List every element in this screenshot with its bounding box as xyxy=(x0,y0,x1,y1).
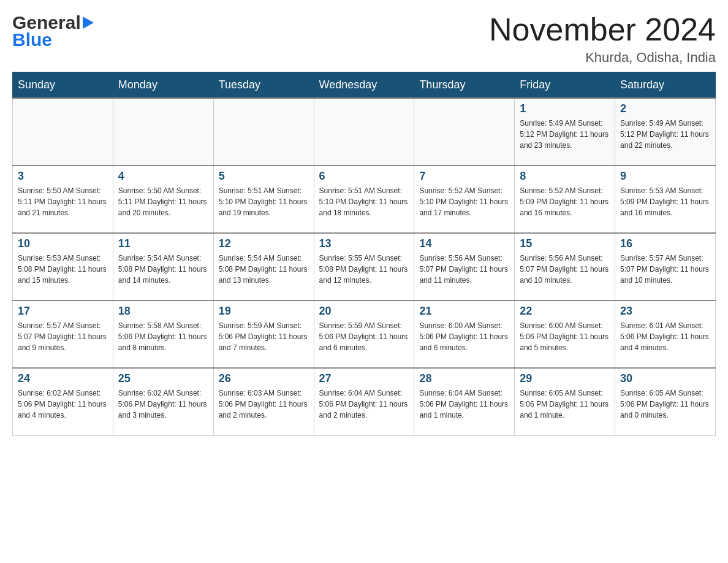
calendar-table: SundayMondayTuesdayWednesdayThursdayFrid… xyxy=(12,72,716,436)
calendar-cell: 30Sunrise: 6:05 AM Sunset: 5:06 PM Dayli… xyxy=(615,368,716,435)
title-area: November 2024 Khurda, Odisha, India xyxy=(489,12,716,66)
week-row-5: 24Sunrise: 6:02 AM Sunset: 5:06 PM Dayli… xyxy=(13,368,716,435)
calendar-cell: 14Sunrise: 5:56 AM Sunset: 5:07 PM Dayli… xyxy=(414,233,515,301)
day-number: 9 xyxy=(620,170,710,183)
day-info: Sunrise: 5:57 AM Sunset: 5:07 PM Dayligh… xyxy=(18,320,108,353)
calendar-cell: 29Sunrise: 6:05 AM Sunset: 5:06 PM Dayli… xyxy=(515,368,615,435)
logo: General Blue xyxy=(12,12,94,50)
week-row-3: 10Sunrise: 5:53 AM Sunset: 5:08 PM Dayli… xyxy=(13,233,716,301)
day-number: 17 xyxy=(18,305,108,318)
weekday-friday: Friday xyxy=(515,72,615,99)
day-number: 5 xyxy=(219,170,309,183)
day-info: Sunrise: 5:53 AM Sunset: 5:09 PM Dayligh… xyxy=(620,185,710,218)
day-info: Sunrise: 5:59 AM Sunset: 5:06 PM Dayligh… xyxy=(319,320,409,353)
day-info: Sunrise: 6:03 AM Sunset: 5:06 PM Dayligh… xyxy=(219,388,309,421)
calendar-cell: 21Sunrise: 6:00 AM Sunset: 5:06 PM Dayli… xyxy=(414,301,515,368)
day-number: 25 xyxy=(118,372,208,385)
day-info: Sunrise: 6:00 AM Sunset: 5:06 PM Dayligh… xyxy=(419,320,509,353)
calendar-cell: 2Sunrise: 5:49 AM Sunset: 5:12 PM Daylig… xyxy=(615,98,716,166)
day-info: Sunrise: 6:05 AM Sunset: 5:06 PM Dayligh… xyxy=(520,388,610,421)
day-number: 19 xyxy=(219,305,309,318)
page-header: General Blue November 2024 Khurda, Odish… xyxy=(12,12,716,66)
calendar-cell: 15Sunrise: 5:56 AM Sunset: 5:07 PM Dayli… xyxy=(515,233,615,301)
day-number: 6 xyxy=(319,170,409,183)
day-number: 12 xyxy=(219,237,309,250)
day-info: Sunrise: 5:51 AM Sunset: 5:10 PM Dayligh… xyxy=(319,185,409,218)
calendar-cell: 12Sunrise: 5:54 AM Sunset: 5:08 PM Dayli… xyxy=(213,233,314,301)
calendar-cell: 16Sunrise: 5:57 AM Sunset: 5:07 PM Dayli… xyxy=(615,233,716,301)
calendar-cell: 3Sunrise: 5:50 AM Sunset: 5:11 PM Daylig… xyxy=(13,166,113,233)
calendar-cell: 10Sunrise: 5:53 AM Sunset: 5:08 PM Dayli… xyxy=(13,233,113,301)
day-info: Sunrise: 6:01 AM Sunset: 5:06 PM Dayligh… xyxy=(620,320,710,353)
day-info: Sunrise: 5:49 AM Sunset: 5:12 PM Dayligh… xyxy=(620,118,710,151)
weekday-header-row: SundayMondayTuesdayWednesdayThursdayFrid… xyxy=(13,72,716,99)
calendar-cell xyxy=(113,98,213,166)
day-number: 11 xyxy=(118,237,208,250)
day-info: Sunrise: 5:54 AM Sunset: 5:08 PM Dayligh… xyxy=(118,253,208,286)
day-number: 4 xyxy=(118,170,208,183)
day-number: 30 xyxy=(620,372,710,385)
weekday-monday: Monday xyxy=(113,72,213,99)
calendar-cell: 25Sunrise: 6:02 AM Sunset: 5:06 PM Dayli… xyxy=(113,368,213,435)
day-number: 7 xyxy=(419,170,509,183)
calendar-cell: 9Sunrise: 5:53 AM Sunset: 5:09 PM Daylig… xyxy=(615,166,716,233)
day-number: 29 xyxy=(520,372,610,385)
calendar-cell: 19Sunrise: 5:59 AM Sunset: 5:06 PM Dayli… xyxy=(213,301,314,368)
day-number: 13 xyxy=(319,237,409,250)
day-number: 15 xyxy=(520,237,610,250)
day-info: Sunrise: 5:50 AM Sunset: 5:11 PM Dayligh… xyxy=(18,185,108,218)
day-number: 2 xyxy=(620,102,710,115)
day-info: Sunrise: 5:51 AM Sunset: 5:10 PM Dayligh… xyxy=(219,185,309,218)
day-number: 3 xyxy=(18,170,108,183)
calendar-cell: 26Sunrise: 6:03 AM Sunset: 5:06 PM Dayli… xyxy=(213,368,314,435)
day-info: Sunrise: 6:00 AM Sunset: 5:06 PM Dayligh… xyxy=(520,320,610,353)
day-number: 20 xyxy=(319,305,409,318)
location-text: Khurda, Odisha, India xyxy=(489,50,716,66)
calendar-cell: 5Sunrise: 5:51 AM Sunset: 5:10 PM Daylig… xyxy=(213,166,314,233)
day-info: Sunrise: 5:54 AM Sunset: 5:08 PM Dayligh… xyxy=(219,253,309,286)
day-number: 18 xyxy=(118,305,208,318)
day-info: Sunrise: 5:56 AM Sunset: 5:07 PM Dayligh… xyxy=(419,253,509,286)
day-info: Sunrise: 6:02 AM Sunset: 5:06 PM Dayligh… xyxy=(118,388,208,421)
calendar-cell: 17Sunrise: 5:57 AM Sunset: 5:07 PM Dayli… xyxy=(13,301,113,368)
weekday-saturday: Saturday xyxy=(615,72,716,99)
day-info: Sunrise: 5:52 AM Sunset: 5:09 PM Dayligh… xyxy=(520,185,610,218)
calendar-cell xyxy=(13,98,113,166)
calendar-cell: 27Sunrise: 6:04 AM Sunset: 5:06 PM Dayli… xyxy=(314,368,414,435)
calendar-cell: 6Sunrise: 5:51 AM Sunset: 5:10 PM Daylig… xyxy=(314,166,414,233)
calendar-cell xyxy=(213,98,314,166)
calendar-cell: 13Sunrise: 5:55 AM Sunset: 5:08 PM Dayli… xyxy=(314,233,414,301)
day-info: Sunrise: 5:55 AM Sunset: 5:08 PM Dayligh… xyxy=(319,253,409,286)
calendar-cell: 20Sunrise: 5:59 AM Sunset: 5:06 PM Dayli… xyxy=(314,301,414,368)
day-number: 21 xyxy=(419,305,509,318)
day-info: Sunrise: 5:56 AM Sunset: 5:07 PM Dayligh… xyxy=(520,253,610,286)
day-info: Sunrise: 5:49 AM Sunset: 5:12 PM Dayligh… xyxy=(520,118,610,151)
day-number: 14 xyxy=(419,237,509,250)
day-number: 16 xyxy=(620,237,710,250)
day-info: Sunrise: 5:50 AM Sunset: 5:11 PM Dayligh… xyxy=(118,185,208,218)
logo-arrow-icon xyxy=(83,12,94,33)
weekday-tuesday: Tuesday xyxy=(213,72,314,99)
weekday-wednesday: Wednesday xyxy=(314,72,414,99)
day-info: Sunrise: 5:59 AM Sunset: 5:06 PM Dayligh… xyxy=(219,320,309,353)
day-info: Sunrise: 6:05 AM Sunset: 5:06 PM Dayligh… xyxy=(620,388,710,421)
day-info: Sunrise: 5:57 AM Sunset: 5:07 PM Dayligh… xyxy=(620,253,710,286)
svg-marker-0 xyxy=(83,17,94,29)
day-number: 8 xyxy=(520,170,610,183)
calendar-cell: 4Sunrise: 5:50 AM Sunset: 5:11 PM Daylig… xyxy=(113,166,213,233)
calendar-cell xyxy=(314,98,414,166)
day-number: 26 xyxy=(219,372,309,385)
day-info: Sunrise: 6:02 AM Sunset: 5:06 PM Dayligh… xyxy=(18,388,108,421)
calendar-cell: 24Sunrise: 6:02 AM Sunset: 5:06 PM Dayli… xyxy=(13,368,113,435)
day-number: 10 xyxy=(18,237,108,250)
weekday-sunday: Sunday xyxy=(13,72,113,99)
day-number: 28 xyxy=(419,372,509,385)
month-title: November 2024 xyxy=(489,12,716,47)
calendar-cell: 23Sunrise: 6:01 AM Sunset: 5:06 PM Dayli… xyxy=(615,301,716,368)
day-number: 1 xyxy=(520,102,610,115)
calendar-cell: 22Sunrise: 6:00 AM Sunset: 5:06 PM Dayli… xyxy=(515,301,615,368)
day-info: Sunrise: 5:58 AM Sunset: 5:06 PM Dayligh… xyxy=(118,320,208,353)
calendar-cell: 7Sunrise: 5:52 AM Sunset: 5:10 PM Daylig… xyxy=(414,166,515,233)
calendar-cell: 8Sunrise: 5:52 AM Sunset: 5:09 PM Daylig… xyxy=(515,166,615,233)
calendar-cell: 18Sunrise: 5:58 AM Sunset: 5:06 PM Dayli… xyxy=(113,301,213,368)
